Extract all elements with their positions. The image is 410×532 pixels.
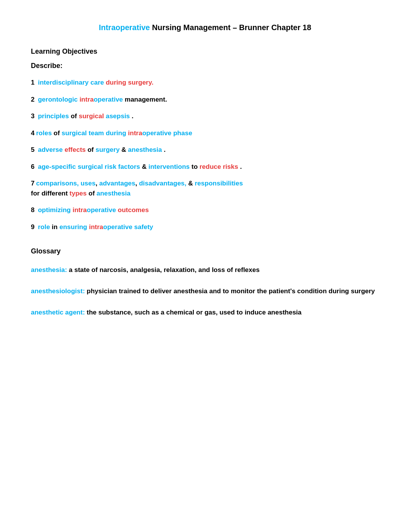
objective-num-4: 4 [31,129,34,137]
obj3-part5: . [132,112,134,120]
learning-objectives-section: Learning Objectives Describe: 1 interdis… [31,48,379,232]
glossary-def-anesthesiologist: physician trained to deliver anesthesia … [87,287,375,295]
glossary-term-anesthesia: anesthesia: [31,266,67,274]
glossary-item-anesthetic-agent: anesthetic agent: the substance, such as… [31,307,379,318]
obj6-part1: age [38,163,49,170]
glossary-heading: Glossary [31,247,379,255]
obj5-part7: . [164,146,166,153]
obj7-part6: & [186,180,195,187]
title-rest: Nursing Management – Brunner Chapter 18 [150,23,311,32]
obj7-part9: types [69,190,88,197]
glossary-term-anesthetic-agent: anesthetic agent: [31,309,85,316]
objective-item-4: 4roles of surgical team during intraoper… [31,128,379,138]
obj7-part1: comparisons, uses [36,180,95,187]
obj3-part1: principles [38,112,71,120]
objective-item-6: 6 age-specific surgical risk factors & i… [31,162,379,172]
obj7-part8: for different [31,190,69,197]
obj5-part4: surgery [96,146,122,153]
objective-item-2: 2 gerontologic intraoperative management… [31,95,379,105]
obj4-part4: intra [128,129,142,137]
objective-item-3: 3 principles of surgical asepsis . [31,111,379,121]
glossary-section: Glossary anesthesia: a state of narcosis… [31,247,379,318]
obj5-part6: anesthesia [128,146,162,153]
glossary-item-anesthesiologist: anesthesiologist: physician trained to d… [31,286,379,296]
glossary-term-anesthesiologist: anesthesiologist: [31,287,85,295]
objective-num-8: 8 [31,206,34,214]
obj6-part4: interventions [149,163,191,170]
obj4-part2: of [54,129,62,137]
obj7-part7: responsibilities [195,180,243,187]
obj5-part2: effects [64,146,88,153]
obj9-part3: ensuring [59,223,89,231]
obj5-part3: of [88,146,96,153]
obj3-part3: surgical [79,112,106,120]
objective-item-5: 5 adverse effects of surgery & anesthesi… [31,145,379,155]
objective-num-2: 2 [31,96,34,103]
obj2-part1: gerontologic [38,96,80,103]
obj2-part2: intra [80,96,94,103]
objective-num-3: 3 [31,112,34,120]
obj7-part5: disadvantages, [139,180,186,187]
obj3-part2: of [71,112,79,120]
obj7-part2: , [95,180,99,187]
objective-item-1: 1 interdisciplinary care during surgery. [31,78,379,88]
obj7-part11: anesthesia [97,190,130,197]
glossary-def-anesthesia: a state of narcosis, analgesia, relaxati… [69,266,259,274]
obj4-part1: roles [36,129,53,137]
obj7-part3: advantages [99,180,136,187]
obj6-part2: -specific surgical risk factors [49,163,142,170]
page-title-section: Intraoperative Nursing Management – Brun… [31,23,379,32]
obj6-part5: to [191,163,200,170]
obj8-part1: optimizing [38,206,73,214]
objective-num-6: 6 [31,163,34,170]
obj8-part4: outcomes [118,206,149,214]
obj7-part10: of [88,190,97,197]
title-cyan-part: Intraoperative [99,23,150,32]
obj8-part3: operative [87,206,118,214]
obj5-part5: & [122,146,128,153]
objective-item-8: 8 optimizing intraoperative outcomes [31,205,379,215]
obj8-part2: intra [73,206,87,214]
obj9-part1: role [38,223,52,231]
objective-item-9: 9 role in ensuring intraoperative safety [31,222,379,232]
obj9-part5: operative safety [103,223,153,231]
glossary-item-anesthesia: anesthesia: a state of narcosis, analges… [31,265,379,275]
obj7-part4: , [135,180,139,187]
obj4-part5: operative phase [142,129,192,137]
obj9-part4: intra [89,223,103,231]
objective-num-1: 1 [31,79,34,86]
objective-num-5: 5 [31,146,34,153]
obj1-part2: during surgery. [106,79,153,86]
obj9-part2: in [52,223,59,231]
obj6-part7: . [240,163,242,170]
obj2-part4: management. [125,96,167,103]
obj1-part1: interdisciplinary care [38,79,106,86]
objective-item-7: 7comparisons, uses, advantages, disadvan… [31,178,379,198]
learning-objectives-heading: Learning Objectives [31,48,379,56]
obj5-part1: adverse [38,146,64,153]
objective-num-7: 7 [31,180,34,187]
glossary-def-anesthetic-agent: the substance, such as a chemical or gas… [87,309,302,316]
obj4-part3: surgical team during [62,129,128,137]
obj6-part3: & [142,163,149,170]
obj6-part6: reduce risks [200,163,238,170]
obj2-part3: operative [94,96,123,103]
describe-heading: Describe: [31,62,379,70]
obj3-part4: asepsis [106,112,130,120]
objective-num-9: 9 [31,223,34,231]
